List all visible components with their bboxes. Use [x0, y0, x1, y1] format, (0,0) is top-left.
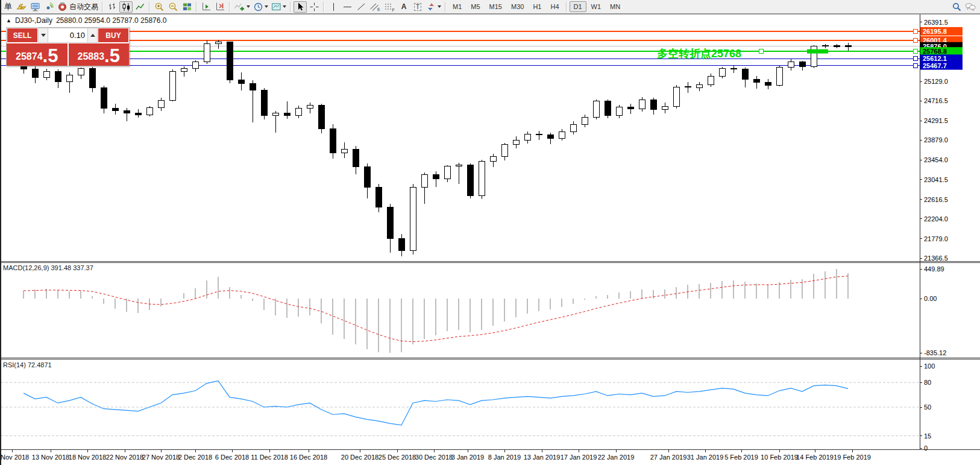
- text-a-icon: A: [401, 2, 407, 11]
- crosshair-icon: [309, 2, 319, 12]
- timeframe-M30[interactable]: M30: [507, 1, 528, 12]
- date-label: 13 Nov 2018: [32, 454, 69, 461]
- horizontal-line-button[interactable]: [341, 1, 354, 13]
- fibonacci-icon: F: [384, 2, 395, 12]
- price-axis-label: 21366.5: [924, 255, 948, 262]
- zoom-out-button[interactable]: [166, 1, 180, 13]
- buy-button[interactable]: BUY: [98, 28, 129, 43]
- toolbar: 单 自动交易 E F A T M1M5M15M30H1H4D1W1MN: [1, 0, 980, 14]
- trendline-icon: [356, 2, 366, 12]
- volume-input[interactable]: [48, 28, 87, 43]
- timeframe-H1[interactable]: H1: [529, 1, 545, 12]
- trendline-handle[interactable]: [759, 49, 763, 54]
- candle: [479, 161, 485, 196]
- timeframe-M1[interactable]: M1: [448, 1, 466, 12]
- timeframe-MN[interactable]: MN: [606, 1, 624, 12]
- date-label: 22 Jan 2019: [598, 454, 635, 461]
- sell-price-fraction: .5: [43, 48, 58, 65]
- candle: [307, 106, 313, 109]
- line-chart-button[interactable]: [133, 1, 146, 13]
- candle: [811, 46, 817, 66]
- search-button[interactable]: [950, 1, 963, 13]
- candle: [593, 101, 599, 117]
- chart-shift-icon: [215, 2, 225, 12]
- templates-button[interactable]: [270, 1, 287, 13]
- arrows-button[interactable]: [425, 1, 442, 13]
- collapse-panel-icon[interactable]: ▲: [6, 17, 11, 24]
- buy-price-fraction: .5: [104, 48, 120, 65]
- indicators-button[interactable]: [233, 1, 251, 13]
- candle: [662, 107, 668, 110]
- equidistant-channel-button[interactable]: E: [368, 1, 382, 13]
- annotation-text: 多空转折点25768: [657, 48, 741, 60]
- bar-chart-button[interactable]: [105, 1, 119, 13]
- crosshair-button[interactable]: [307, 1, 321, 13]
- price-axis-label: 26391.5: [924, 19, 948, 26]
- indicators-icon: [234, 2, 245, 12]
- timeframe-D1[interactable]: D1: [570, 1, 586, 12]
- toolbar-separator: [149, 2, 150, 12]
- timeframe-H4[interactable]: H4: [546, 1, 563, 12]
- selected-trendline-segment[interactable]: [807, 49, 828, 54]
- signals-button[interactable]: [42, 1, 55, 13]
- date-label: 20 Dec 2018: [341, 454, 378, 461]
- candle: [616, 107, 622, 116]
- autotrading-button[interactable]: 自动交易: [56, 1, 99, 13]
- price-line-label: 25467.7: [923, 62, 947, 69]
- buy-price-button[interactable]: 25883.5: [69, 43, 130, 66]
- timeframe-M5[interactable]: M5: [466, 1, 484, 12]
- volume-increase-button[interactable]: [87, 28, 98, 43]
- chat-button[interactable]: [964, 1, 978, 13]
- candle: [250, 84, 256, 90]
- candle: [375, 187, 382, 207]
- dropdown-caret-icon: [283, 5, 286, 8]
- terminal-button[interactable]: [28, 1, 42, 13]
- chart-canvas[interactable]: 多空转折点2576826391.525129.024716.524291.523…: [1, 0, 980, 465]
- candle: [101, 88, 107, 108]
- tile-windows-button[interactable]: [180, 1, 193, 13]
- timeframe-W1[interactable]: W1: [587, 1, 606, 12]
- bar-chart-icon: [107, 2, 118, 12]
- line-handle[interactable]: [913, 39, 917, 43]
- candle: [582, 117, 588, 124]
- candle: [753, 80, 759, 83]
- date-label: 16 Dec 2018: [290, 454, 327, 461]
- text-label-icon: T: [414, 3, 421, 11]
- line-handle[interactable]: [913, 29, 917, 33]
- candle: [124, 111, 130, 113]
- timeframe-M15[interactable]: M15: [485, 1, 506, 12]
- candle: [112, 108, 118, 111]
- sell-button[interactable]: SELL: [7, 28, 38, 43]
- zoom-in-button[interactable]: [152, 1, 166, 13]
- auto-scroll-button[interactable]: [199, 1, 213, 13]
- rsi-axis-label: 100: [924, 362, 935, 370]
- order-button[interactable]: 单: [2, 1, 14, 12]
- volume-decrease-button[interactable]: [38, 28, 48, 43]
- candle: [788, 62, 794, 68]
- line-handle[interactable]: [913, 57, 917, 61]
- price-line-label: 25768.8: [923, 48, 947, 55]
- candle: [708, 76, 714, 84]
- line-handle[interactable]: [913, 49, 917, 54]
- periods-button[interactable]: [252, 1, 269, 13]
- trading-platform-window: 单 自动交易 E F A T M1M5M15M30H1H4D1W1MN: [0, 0, 980, 465]
- vertical-line-button[interactable]: [327, 1, 340, 13]
- candle: [32, 69, 38, 78]
- chart-shift-button[interactable]: [213, 1, 227, 13]
- text-label-button[interactable]: T: [411, 1, 424, 13]
- candle: [547, 135, 553, 139]
- toolbar-separator: [323, 2, 324, 12]
- line-handle[interactable]: [913, 63, 917, 68]
- text-button[interactable]: A: [397, 1, 410, 13]
- vertical-line-icon: [328, 2, 339, 12]
- candle: [490, 157, 496, 162]
- autotrade-icon: [57, 2, 68, 12]
- fibonacci-button[interactable]: F: [383, 1, 397, 13]
- cursor-button[interactable]: [294, 1, 307, 13]
- candlestick-chart-button[interactable]: [119, 1, 133, 13]
- date-label: 27 Jan 2019: [650, 454, 687, 461]
- price-axis-label: 23879.0: [924, 136, 948, 144]
- trendline-button[interactable]: [354, 1, 368, 13]
- gold-chart-button[interactable]: [14, 1, 28, 13]
- sell-price-button[interactable]: 25874.5: [7, 43, 68, 66]
